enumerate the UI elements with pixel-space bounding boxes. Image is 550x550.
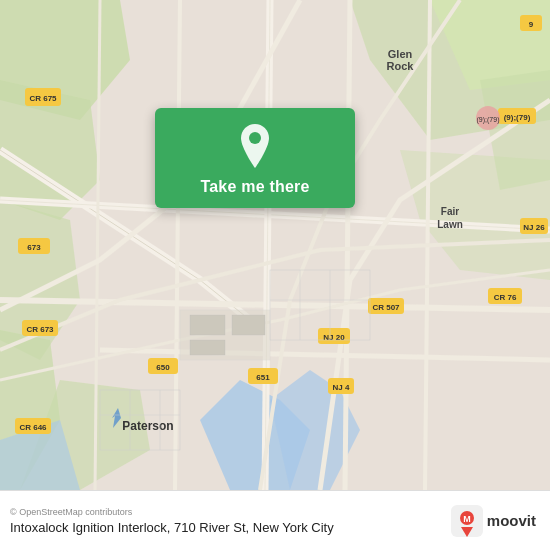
svg-text:(9);(79): (9);(79) xyxy=(504,113,531,122)
svg-point-46 xyxy=(249,132,261,144)
moovit-logo-icon: M xyxy=(451,505,483,537)
svg-text:NJ 26: NJ 26 xyxy=(523,223,545,232)
navigation-card[interactable]: Take me there xyxy=(155,108,355,208)
svg-text:CR 507: CR 507 xyxy=(372,303,400,312)
svg-text:651: 651 xyxy=(256,373,270,382)
svg-rect-44 xyxy=(232,315,265,335)
info-bar: © OpenStreetMap contributors Intoxalock … xyxy=(0,490,550,550)
svg-text:Lawn: Lawn xyxy=(437,219,463,230)
svg-text:CR 76: CR 76 xyxy=(494,293,517,302)
take-me-there-button[interactable]: Take me there xyxy=(200,178,309,196)
map-container: CR 675 673 CR 673 CR 646 650 651 NJ 4 NJ… xyxy=(0,0,550,490)
svg-text:CR 673: CR 673 xyxy=(26,325,54,334)
svg-text:Glen: Glen xyxy=(388,48,413,60)
svg-text:NJ 4: NJ 4 xyxy=(333,383,350,392)
svg-text:Fair: Fair xyxy=(441,206,459,217)
svg-text:(9);(79): (9);(79) xyxy=(477,116,500,124)
map-background: CR 675 673 CR 673 CR 646 650 651 NJ 4 NJ… xyxy=(0,0,550,490)
svg-text:CR 646: CR 646 xyxy=(19,423,47,432)
copyright-text: © OpenStreetMap contributors xyxy=(10,507,451,517)
location-pin-icon xyxy=(237,124,273,168)
svg-rect-45 xyxy=(190,340,225,355)
svg-text:NJ 20: NJ 20 xyxy=(323,333,345,342)
svg-text:CR 675: CR 675 xyxy=(29,94,57,103)
location-name: Intoxalock Ignition Interlock, 710 River… xyxy=(10,520,451,535)
svg-rect-43 xyxy=(190,315,225,335)
svg-text:650: 650 xyxy=(156,363,170,372)
svg-text:9: 9 xyxy=(529,20,534,29)
svg-text:M: M xyxy=(463,514,471,524)
svg-text:Rock: Rock xyxy=(387,60,415,72)
moovit-brand-text: moovit xyxy=(487,512,536,529)
svg-text:673: 673 xyxy=(27,243,41,252)
moovit-logo: M moovit xyxy=(451,505,536,537)
location-info: © OpenStreetMap contributors Intoxalock … xyxy=(10,507,451,535)
